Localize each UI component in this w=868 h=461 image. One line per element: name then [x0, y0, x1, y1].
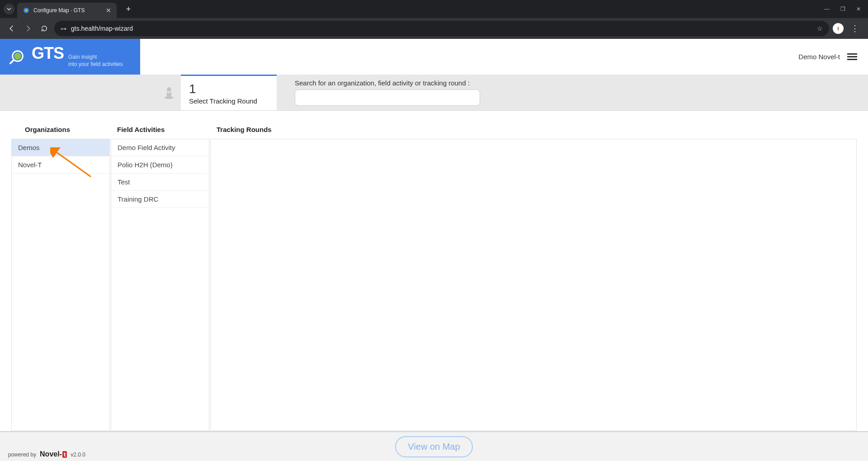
- powered-prefix: powered by: [8, 452, 36, 458]
- site-settings-icon[interactable]: ⊶: [61, 25, 66, 32]
- footer-brand: Novel-t: [40, 450, 67, 458]
- tracking-rounds-header: Tracking Rounds: [210, 120, 857, 139]
- version-label: v2.0.0: [71, 452, 85, 458]
- window-maximize-icon[interactable]: ❐: [840, 6, 845, 12]
- list-item-label: Test: [118, 178, 130, 186]
- browser-menu-icon[interactable]: ⋮: [847, 24, 863, 33]
- step-number: 1: [189, 82, 277, 96]
- svg-point-1: [25, 9, 28, 12]
- window-close-icon[interactable]: ✕: [856, 6, 861, 12]
- tab-favicon-icon: [23, 7, 30, 14]
- view-on-map-button[interactable]: View on Map: [395, 436, 472, 457]
- logo-block[interactable]: GTS Gain insight into your field activit…: [0, 39, 140, 75]
- hamburger-menu-icon[interactable]: [847, 53, 857, 60]
- logo-tagline-2: into your field activities: [68, 61, 123, 68]
- svg-point-5: [167, 87, 171, 92]
- search-label: Search for an organization, field activi…: [295, 79, 850, 87]
- browser-tab[interactable]: Configure Map · GTS ✕: [17, 3, 117, 18]
- svg-line-4: [10, 60, 14, 63]
- tab-title: Configure Map · GTS: [33, 7, 85, 14]
- svg-point-3: [14, 52, 21, 59]
- url-text: gts.health/map-wizard: [71, 25, 133, 32]
- search-input[interactable]: [295, 89, 480, 106]
- app-header: GTS Gain insight into your field activit…: [0, 39, 868, 75]
- footer: View on Map powered by Novel-t v2.0.0: [0, 431, 868, 461]
- window-minimize-icon[interactable]: —: [824, 6, 830, 12]
- field-activities-list: Demo Field Activity Polio H2H (Demo) Tes…: [111, 139, 209, 431]
- bookmark-star-icon[interactable]: ☆: [817, 25, 823, 32]
- field-activity-item[interactable]: Demo Field Activity: [111, 139, 209, 156]
- logo-icon: [9, 48, 26, 66]
- list-item-label: Demo Field Activity: [118, 144, 175, 151]
- nav-forward-button[interactable]: [22, 22, 34, 35]
- organization-item-demos[interactable]: Demos: [12, 139, 109, 156]
- tab-close-icon[interactable]: ✕: [106, 7, 111, 14]
- list-item-label: Training DRC: [118, 195, 158, 203]
- organizations-list: Demos Novel-T: [11, 139, 110, 431]
- organization-item-novel-t[interactable]: Novel-T: [12, 156, 109, 174]
- browser-tab-strip: Configure Map · GTS ✕ + — ❐ ✕: [0, 0, 868, 18]
- wizard-step-1[interactable]: 1 Select Tracking Round: [181, 75, 277, 110]
- user-name-label: Demo Novel-t: [798, 53, 840, 61]
- person-icon: [164, 86, 175, 99]
- field-activities-column: Field Activities Demo Field Activity Pol…: [110, 120, 210, 431]
- field-activity-item[interactable]: Training DRC: [111, 191, 209, 208]
- logo-text: GTS: [32, 45, 64, 61]
- list-item-label: Demos: [18, 144, 40, 151]
- window-controls: — ❐ ✕: [824, 6, 864, 12]
- powered-by: powered by Novel-t v2.0.0: [8, 450, 85, 458]
- nav-reload-button[interactable]: [38, 22, 51, 35]
- organizations-header: Organizations: [11, 120, 110, 139]
- field-activities-header: Field Activities: [111, 120, 209, 139]
- browser-toolbar: ⊶ gts.health/map-wizard ☆ t ⋮: [0, 18, 868, 39]
- list-item-label: Polio H2H (Demo): [118, 161, 173, 169]
- logo-tagline-1: Gain insight: [68, 54, 123, 61]
- new-tab-button[interactable]: +: [122, 3, 135, 15]
- nav-back-button[interactable]: [5, 22, 18, 35]
- step-label: Select Tracking Round: [189, 97, 277, 105]
- extension-icon[interactable]: t: [833, 23, 844, 34]
- selection-columns: Organizations Demos Novel-T Field Activi…: [0, 111, 868, 431]
- list-item-label: Novel-T: [18, 161, 42, 169]
- tracking-rounds-list: [210, 139, 857, 431]
- tab-list-dropdown[interactable]: [4, 4, 14, 14]
- url-bar[interactable]: ⊶ gts.health/map-wizard ☆: [54, 21, 829, 36]
- tracking-rounds-column: Tracking Rounds: [210, 120, 857, 431]
- field-activity-item[interactable]: Test: [111, 174, 209, 191]
- wizard-step-bar: 1 Select Tracking Round Search for an or…: [0, 75, 868, 111]
- field-activity-item[interactable]: Polio H2H (Demo): [111, 156, 209, 174]
- organizations-column: Organizations Demos Novel-T: [11, 120, 110, 431]
